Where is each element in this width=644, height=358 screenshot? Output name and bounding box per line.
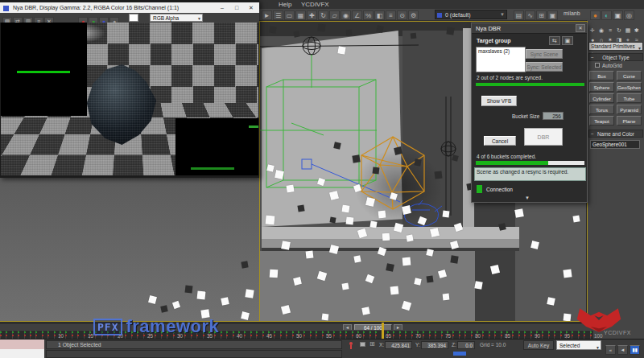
maximize-button[interactable]: □: [230, 3, 243, 12]
frame-tick-label: 60: [356, 333, 361, 339]
frame-tick-label: 95: [564, 333, 570, 339]
time-slider[interactable]: ◄ 64 / 100 ►: [0, 323, 593, 330]
menu-ycdivfx[interactable]: YCDIVFX: [301, 1, 329, 8]
particle-cube-white: [305, 250, 313, 258]
layer-manager-icon[interactable]: ▤: [514, 10, 524, 20]
particle-cube-white: [281, 241, 291, 250]
render-frame-icon[interactable]: ▣: [547, 10, 558, 20]
rollout-arrow-icon[interactable]: ▼: [525, 195, 530, 200]
autogrid-checkbox[interactable]: AutoGrid: [595, 63, 622, 68]
bucket-size-field[interactable]: 256: [543, 112, 564, 120]
mirror-icon[interactable]: ◧: [374, 10, 385, 20]
channel-mode-dropdown[interactable]: RGB Alpha▼: [150, 14, 203, 22]
absolute-mode-icon[interactable]: ⊞: [369, 340, 375, 348]
checkbox-icon[interactable]: [595, 63, 600, 68]
go-to-start-button[interactable]: «: [605, 345, 616, 355]
target-group-label: Target group: [477, 38, 511, 43]
angle-snap-icon[interactable]: ∠: [352, 10, 362, 20]
particle-cube-white: [572, 215, 580, 222]
primitive-pyramid-button[interactable]: Pyramid: [617, 105, 642, 114]
maxscript-listener-white[interactable]: [0, 349, 44, 358]
particle-cube-dark: [411, 33, 417, 39]
close-button[interactable]: ✕: [245, 3, 258, 12]
vfb-toolbar: ▤⇄▥≡✕ ●●●● RGB Alpha▼: [0, 13, 259, 23]
percent-snap-icon[interactable]: %: [363, 10, 374, 20]
grid-size-label: Grid = 10.0: [480, 342, 506, 348]
slave-listbox[interactable]: maxslaves (2): [476, 47, 526, 72]
render-setup-icon[interactable]: ⚙: [408, 10, 419, 20]
dbr-button[interactable]: DBR: [524, 128, 563, 146]
workspace-user-label[interactable]: milanb: [564, 10, 580, 16]
name-color-rollout[interactable]: −Name and Color: [588, 130, 643, 138]
render-view-icon[interactable]: ◎: [624, 10, 634, 20]
particle-cube-white: [390, 286, 399, 295]
close-icon[interactable]: ✕: [576, 24, 585, 32]
window-icon: [3, 6, 9, 11]
primitive-cone-button[interactable]: Cone: [617, 71, 642, 80]
primitive-teapot-button[interactable]: Teapot: [589, 116, 614, 126]
dbr-title-bar[interactable]: Nya DBR: [472, 23, 587, 34]
maxscript-listener-pink[interactable]: [0, 339, 44, 349]
cancel-button[interactable]: Cancel: [484, 136, 516, 146]
object-type-rollout[interactable]: −Object Type: [588, 53, 643, 61]
select-and-move-icon[interactable]: ✚: [307, 10, 317, 20]
select-by-name-icon[interactable]: ☰: [273, 10, 283, 20]
particle-cube-dark: [160, 305, 167, 312]
list-item[interactable]: maxslaves (2): [477, 47, 525, 55]
primitive-plane-button[interactable]: Plane: [617, 116, 642, 126]
rendered-image: [1, 23, 258, 175]
select-object-icon[interactable]: ►: [262, 10, 272, 20]
track-bar[interactable]: 101520253035404550556065707580859095100: [0, 330, 593, 339]
sync-selected-button[interactable]: Sync: Selected: [526, 62, 563, 72]
buckets-status-text: 4 of 6 buckets completed.: [477, 154, 536, 159]
frame-tick-label: 40: [237, 333, 242, 339]
particle-cube-white: [402, 205, 411, 215]
select-and-rotate-icon[interactable]: ↻: [318, 10, 328, 20]
schematic-view-icon[interactable]: ⊞: [536, 10, 547, 20]
frame-tick-label: 100: [594, 333, 603, 339]
select-and-scale-icon[interactable]: ▱: [329, 10, 340, 20]
render-setup-small-icon[interactable]: ▣: [613, 10, 623, 20]
crossing-selection-icon[interactable]: ▦: [295, 10, 306, 20]
y-label: Y:: [415, 342, 420, 348]
render-iterative-icon[interactable]: ◐: [601, 10, 612, 20]
background-color-swatch[interactable]: [129, 14, 138, 22]
selection-filter-dropdown[interactable]: Selected ▼: [556, 340, 601, 350]
primitive-category-dropdown[interactable]: Standard Primitives ▼: [588, 42, 643, 51]
framework-watermark: PFX framework: [93, 319, 219, 337]
x-coordinate-field[interactable]: 425.841: [385, 341, 412, 349]
render-production-icon[interactable]: ●: [590, 10, 601, 20]
snap-toggle-icon[interactable]: ◉: [341, 10, 351, 20]
lock-selection-icon[interactable]: [360, 342, 365, 347]
primitive-tube-button[interactable]: Tube: [617, 93, 642, 103]
dbr-layout-icon[interactable]: ⇆: [549, 36, 560, 45]
particle-cube-dark: [434, 171, 442, 179]
primitive-geosphere-button[interactable]: GeoSphere: [617, 82, 642, 92]
show-vfb-button[interactable]: Show VFB: [481, 96, 517, 106]
particle-cube-white: [564, 314, 572, 322]
z-coordinate-field[interactable]: 0.0: [457, 341, 475, 349]
previous-frame-button[interactable]: ◄: [617, 345, 628, 355]
frame-tick-label: 50: [296, 333, 302, 339]
menu-help[interactable]: Help: [279, 1, 291, 8]
auto-key-button[interactable]: Auto Key: [523, 340, 554, 350]
graph-editor-icon[interactable]: ∿: [525, 10, 535, 20]
particle-cube-white: [275, 170, 284, 179]
current-frame-marker[interactable]: [382, 323, 384, 339]
object-name-field[interactable]: GeoSphere001: [590, 140, 640, 149]
sync-scene-button[interactable]: Sync Scene: [526, 49, 563, 59]
particle-cube-white: [322, 314, 329, 321]
play-pause-button[interactable]: ▮▮: [630, 345, 640, 355]
material-editor-icon[interactable]: ⊙: [397, 10, 407, 20]
primitive-sphere-button[interactable]: Sphere: [589, 82, 614, 92]
align-icon[interactable]: ≡: [386, 10, 396, 20]
selection-set-dropdown[interactable]: 0 (default) ▼: [435, 10, 507, 19]
rectangular-selection-icon[interactable]: ▭: [284, 10, 295, 20]
primitive-torus-button[interactable]: Torus: [589, 105, 614, 114]
frame-tick-label: 15: [88, 333, 93, 339]
dbr-settings-icon[interactable]: ▣: [562, 36, 573, 45]
minimize-button[interactable]: –: [216, 3, 229, 12]
primitive-box-button[interactable]: Box: [589, 71, 614, 80]
y-coordinate-field[interactable]: 385.394: [421, 341, 448, 349]
primitive-cylinder-button[interactable]: Cylinder: [589, 93, 614, 103]
